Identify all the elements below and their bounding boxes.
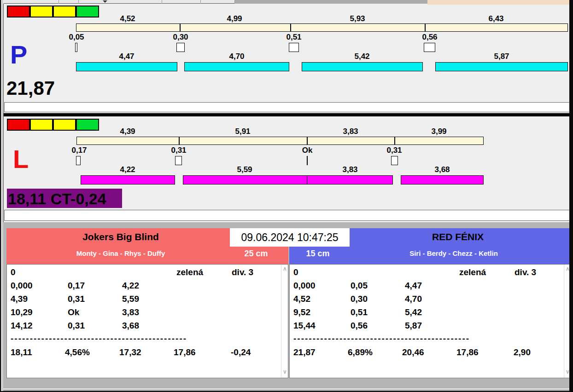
split-bar-divider xyxy=(394,137,395,144)
lane-l-pass-time-3: Ok xyxy=(302,146,313,155)
team-left-total-pct: 4,56% xyxy=(65,347,90,358)
table-cell: 14,12 xyxy=(11,321,33,331)
window-top-strip xyxy=(0,0,573,4)
lane-l-run-bar-2 xyxy=(183,175,307,184)
top-strip-divider xyxy=(200,0,201,4)
lane-l-pass-time-2: 0,31 xyxy=(171,146,186,155)
lane-p-pass-marker-2 xyxy=(176,43,185,52)
lane-p-run-bar-3 xyxy=(302,62,423,71)
table-cell: 5,42 xyxy=(405,307,422,318)
lane-l-split-time-4: 3,99 xyxy=(431,127,446,136)
lane-p-run-bar-4 xyxy=(435,62,568,71)
team-left-total-diff: -0,24 xyxy=(231,347,251,358)
lane-l-split-time-2: 5,91 xyxy=(235,127,250,136)
lane-l-run-bar-1 xyxy=(81,175,175,184)
window-border-left-inner xyxy=(3,4,4,222)
team-right-results-table: 0 zelená div. 3 0,000 0,05 4,47 4,52 0,3… xyxy=(289,264,571,378)
table-cell: 0,31 xyxy=(68,321,85,331)
race-info-section: Jokers Big Blind Monty - Gina - Rhys - D… xyxy=(0,222,573,392)
lane-p-pass-time-1: 0,05 xyxy=(69,33,84,42)
table-cell: 15,44 xyxy=(293,321,316,331)
table-cell: 3,83 xyxy=(122,307,139,318)
light-yellow-1 xyxy=(30,6,53,17)
top-strip-divider xyxy=(78,0,79,4)
lane-p-run-time-2: 4,70 xyxy=(229,52,244,61)
lane-l-split-bar xyxy=(76,137,484,145)
lane-p-letter: P xyxy=(10,42,27,68)
lane-p-pass-marker-1 xyxy=(75,43,77,52)
lane-l-run-bar-3 xyxy=(307,175,393,184)
table-cell: 0,31 xyxy=(68,294,85,305)
lane-l-split-time-1: 4,39 xyxy=(120,127,135,136)
table-cell: 5,59 xyxy=(122,294,139,305)
table-cell: 4,52 xyxy=(293,294,310,305)
team-left-light-status: zelená xyxy=(176,267,203,278)
lane-p-split-time-3: 5,93 xyxy=(350,14,365,23)
split-bar-divider xyxy=(290,24,291,31)
start-lights xyxy=(7,6,101,17)
top-strip-gray xyxy=(235,0,427,4)
lane-l-run-time-2: 5,59 xyxy=(237,165,252,174)
lane-p-pass-time-2: 0,30 xyxy=(173,33,188,42)
lane-p-pass-time-3: 0,51 xyxy=(286,33,301,42)
table-cell: 0,30 xyxy=(351,294,368,305)
lane-p-total-time: 21,87 xyxy=(6,79,55,98)
table-cell: 9,52 xyxy=(293,307,310,318)
lane-l-total-box: 18,11 CT-0,24 xyxy=(7,189,122,208)
table-cell: 4,70 xyxy=(405,294,422,305)
table-cell: 0,000 xyxy=(11,281,33,291)
lane-l-pass-marker-1 xyxy=(76,156,81,165)
team-right-total-ref: 17,86 xyxy=(456,347,479,358)
top-strip-divider xyxy=(58,0,59,4)
table-cell: 0,17 xyxy=(68,281,85,291)
datetime-display: 09.06.2024 10:47:25 xyxy=(230,228,350,247)
team-left-total-ref: 17,86 xyxy=(174,347,196,358)
light-green xyxy=(76,119,99,131)
lane-p-pass-marker-4 xyxy=(424,43,435,52)
team-left-name: Jokers Big Blind xyxy=(6,231,235,242)
light-red xyxy=(7,6,30,17)
lane-p-run-bar-1 xyxy=(76,62,177,71)
team-left-total-net: 17,32 xyxy=(119,347,141,358)
team-left-division: div. 3 xyxy=(232,267,253,278)
light-yellow-2 xyxy=(53,119,76,131)
lane-panel-p: 4,52 4,99 5,93 6,43 0,05 0,30 0,51 0,56 … xyxy=(0,4,573,113)
team-right-members: Siri - Berdy - Chezz - Ketlin xyxy=(341,249,567,257)
lane-l-run-bar-4 xyxy=(401,175,484,184)
lane-panel-l: 4,39 5,91 3,83 3,99 0,17 0,31 Ok 0,31 4,… xyxy=(0,116,573,222)
lane-p-run-time-1: 4,47 xyxy=(119,52,134,61)
team-right-total-time: 21,87 xyxy=(293,347,316,358)
table-cell: 0,000 xyxy=(293,281,316,291)
table-cell: 10,29 xyxy=(11,307,33,318)
lane-l-run-time-1: 4,22 xyxy=(120,165,135,174)
lane-l-status-row xyxy=(4,210,569,221)
lane-l-letter: L xyxy=(13,146,29,172)
table-cell: 5,87 xyxy=(405,321,422,331)
team-left-jump-height: 25 cm xyxy=(233,249,279,259)
app-window: 4,52 4,99 5,93 6,43 0,05 0,30 0,51 0,56 … xyxy=(0,0,573,392)
table-cell: 3,68 xyxy=(122,321,139,331)
lane-l-pass-time-1: 0,17 xyxy=(71,146,87,155)
lane-p-pass-time-4: 0,56 xyxy=(422,33,437,42)
scrollbar[interactable]: ∧ ∨ xyxy=(281,265,288,378)
split-bar-divider xyxy=(425,24,426,31)
scroll-up-icon[interactable]: ∧ xyxy=(282,265,288,272)
table-cell: 4,47 xyxy=(405,281,422,291)
dropdown-arrow-icon[interactable] xyxy=(103,0,107,3)
scroll-down-icon[interactable]: ∨ xyxy=(282,369,288,375)
team-right-total-diff: 2,90 xyxy=(514,347,531,358)
lane-l-pass-marker-ok xyxy=(307,156,308,165)
lane-l-split-time-3: 3,83 xyxy=(343,127,358,136)
lane-l-pass-marker-2 xyxy=(175,156,182,165)
team-left-members: Monty - Gina - Rhys - Duffy xyxy=(6,249,235,257)
start-lights xyxy=(7,119,101,131)
lane-l-pass-time-4: 0,31 xyxy=(386,146,402,155)
split-bar-divider xyxy=(180,24,181,31)
team-right-jump-height: 15 cm xyxy=(295,249,341,259)
team-right-total-pct: 6,89% xyxy=(348,347,373,358)
team-left-total-time: 18,11 xyxy=(11,347,32,358)
table-cell: 0,05 xyxy=(351,281,368,291)
table-cell: 0,51 xyxy=(351,307,368,318)
table-cell: 4,39 xyxy=(11,294,28,305)
lane-p-pass-marker-3 xyxy=(289,43,299,52)
